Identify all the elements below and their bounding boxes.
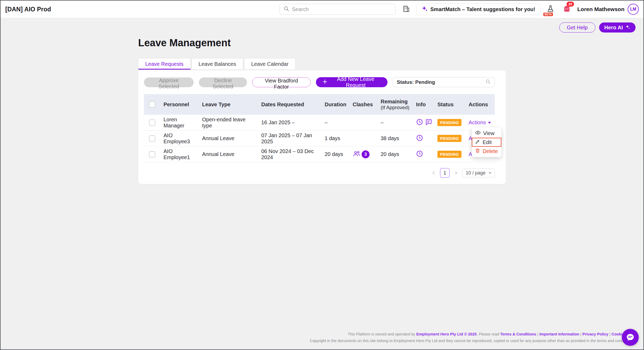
footer-link-terms[interactable]: Terms & Conditions: [500, 332, 536, 336]
organisation-button[interactable]: [400, 3, 412, 15]
people-icon: [353, 150, 361, 159]
cell-leave-type: Annual Leave: [199, 135, 258, 141]
decline-selected-button[interactable]: Decline Selected: [199, 77, 247, 87]
labs-button[interactable]: BETA: [544, 3, 557, 15]
search-input[interactable]: [292, 6, 392, 12]
clock-icon[interactable]: [416, 118, 423, 127]
table-body: Loren Manager Open-ended leave type 16 J…: [144, 115, 495, 162]
clock-icon[interactable]: [416, 134, 423, 143]
user-menu[interactable]: Loren Mathewson LM: [577, 4, 639, 15]
clash-count-badge[interactable]: 3: [362, 150, 370, 158]
eye-icon: [475, 130, 481, 137]
cell-clashes: 3: [349, 150, 377, 159]
status-badge: PENDING: [437, 119, 461, 126]
tab-leave-balances[interactable]: Leave Balances: [192, 58, 243, 70]
cell-info: [413, 150, 434, 159]
table-row: AIO Employee3 Annual Leave 07 Jan 2025 –…: [144, 131, 495, 146]
add-new-leave-request-label: Add New Leave Request: [330, 76, 381, 88]
sparkle-icon: [625, 24, 630, 31]
cell-personnel: AIO Employee3: [160, 132, 199, 145]
col-personnel: Personnel: [160, 102, 199, 108]
page-number-button[interactable]: 1: [440, 168, 450, 178]
tab-leave-calendar[interactable]: Leave Calendar: [244, 58, 296, 70]
app-window: [DAN] AIO Prod SmartMatch – Talent sugge…: [0, 0, 644, 350]
hero-ai-button[interactable]: Hero AI: [599, 22, 636, 33]
status-filter-value: Status: Pending: [397, 79, 486, 85]
add-new-leave-request-button[interactable]: Add New Leave Request: [316, 77, 388, 87]
status-filter-input[interactable]: Status: Pending: [393, 77, 495, 87]
toolbar: Approve Selected Decline Selected View B…: [144, 77, 495, 87]
caret-down-icon: [488, 122, 491, 124]
lab-flask-icon: [547, 5, 554, 14]
tab-leave-requests[interactable]: Leave Requests: [138, 58, 191, 70]
cell-dates: 06 Nov 2024 – 03 Dec 2024: [258, 148, 321, 160]
chat-widget-button[interactable]: [622, 329, 639, 346]
next-page-button[interactable]: [453, 170, 459, 176]
col-duration: Duration: [321, 102, 349, 108]
row-checkbox[interactable]: [149, 151, 155, 158]
smartmatch-label: SmartMatch – Talent suggestions for you!: [430, 6, 535, 12]
pencil-icon: [475, 139, 480, 146]
col-dates-requested: Dates Requested: [258, 102, 321, 108]
menu-item-view[interactable]: View: [472, 129, 501, 138]
approve-selected-button[interactable]: Approve Selected: [144, 77, 194, 87]
cell-personnel: Loren Manager: [160, 117, 199, 129]
footer: This Platform is owned and operated by E…: [188, 331, 637, 344]
cell-status: PENDING: [434, 151, 465, 158]
main-content: Leave Management Leave Requests Leave Ba…: [138, 37, 506, 184]
hero-ai-label: Hero AI: [604, 25, 623, 31]
global-search[interactable]: [279, 4, 396, 15]
menu-item-delete[interactable]: Delete: [472, 147, 501, 156]
cell-remaining: 20 days: [377, 151, 413, 157]
col-status: Status: [434, 102, 465, 108]
cell-info: [413, 118, 434, 127]
trash-icon: [475, 148, 480, 155]
page-size-select[interactable]: 10 / page: [462, 168, 495, 177]
cell-duration: 1 days: [321, 135, 349, 141]
footer-link-privacy[interactable]: Privacy Policy: [582, 332, 608, 336]
leave-requests-card: Approve Selected Decline Selected View B…: [138, 70, 506, 184]
chat-bubble-icon: [626, 333, 634, 342]
view-bradford-factor-button[interactable]: View Bradford Factor: [252, 77, 311, 87]
search-icon: [283, 6, 289, 13]
plus-icon: [322, 79, 328, 86]
notifications-button[interactable]: 20: [561, 3, 573, 15]
clock-icon[interactable]: [416, 150, 423, 159]
topbar-right: SmartMatch – Talent suggestions for you!…: [279, 3, 639, 15]
help-row: Get Help Hero AI: [1, 18, 643, 33]
cell-leave-type: Annual Leave: [199, 151, 258, 157]
table-row: AIO Employee1 Annual Leave 06 Nov 2024 –…: [144, 146, 495, 162]
col-actions: Actions: [465, 102, 495, 108]
cell-dates: 07 Jan 2025 – 07 Jan 2025: [258, 132, 321, 145]
col-info: Info: [413, 102, 434, 108]
search-icon: [486, 79, 491, 85]
get-help-button[interactable]: Get Help: [559, 22, 595, 33]
smartmatch-button[interactable]: SmartMatch – Talent suggestions for you!: [416, 3, 540, 15]
col-leave-type: Leave Type: [199, 102, 258, 108]
avatar: LM: [628, 4, 639, 15]
cell-personnel: AIO Employee1: [160, 148, 199, 160]
comment-icon[interactable]: [425, 118, 432, 127]
beta-badge: BETA: [543, 13, 553, 16]
cell-remaining: –: [377, 119, 413, 126]
status-badge: PENDING: [437, 151, 461, 158]
col-remaining: Remaining (If Approved): [377, 99, 413, 110]
prev-page-button[interactable]: [431, 170, 436, 176]
row-checkbox[interactable]: [149, 135, 155, 142]
cell-leave-type: Open-ended leave type: [199, 117, 258, 129]
actions-dropdown-trigger[interactable]: Actions: [469, 119, 491, 126]
row-checkbox[interactable]: [149, 119, 155, 126]
leave-requests-table: Personnel Leave Type Dates Requested Dur…: [144, 94, 495, 162]
footer-link-important-information[interactable]: Important Information: [539, 332, 579, 336]
page-size-value: 10 / page: [466, 170, 486, 176]
user-name: Loren Mathewson: [577, 6, 624, 12]
org-icon: [403, 5, 410, 13]
notification-count-badge: 20: [567, 2, 574, 7]
footer-link-company[interactable]: Employment Hero Pty Ltd © 2025: [416, 332, 477, 336]
select-all-checkbox[interactable]: [149, 101, 155, 108]
menu-item-edit[interactable]: Edit: [472, 138, 501, 147]
cell-remaining: 38 days: [377, 135, 413, 141]
caret-down-icon: [489, 172, 491, 174]
cell-actions: Actions: [465, 119, 495, 126]
topbar: [DAN] AIO Prod SmartMatch – Talent sugge…: [1, 1, 643, 18]
